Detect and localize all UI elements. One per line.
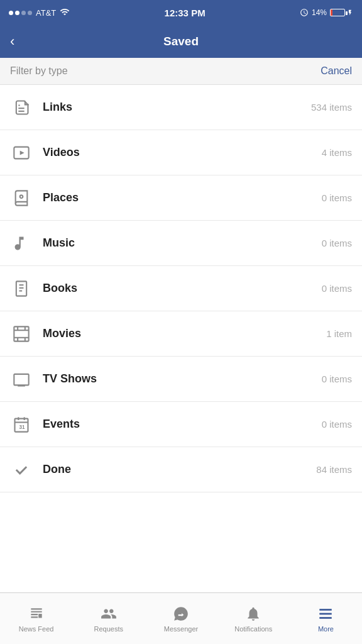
- music-icon: [10, 232, 33, 255]
- dot-2: [15, 11, 19, 15]
- done-label: Done: [43, 463, 316, 476]
- page-title: Saved: [163, 35, 199, 48]
- videos-count: 4 items: [322, 147, 352, 158]
- saved-items-list: Links 534 items Videos 4 items Places 0 …: [0, 85, 362, 492]
- svg-rect-9: [14, 326, 28, 341]
- tab-messenger[interactable]: Messenger: [145, 593, 217, 644]
- links-count: 534 items: [311, 102, 352, 113]
- tab-more[interactable]: More: [290, 593, 362, 644]
- svg-rect-5: [16, 281, 26, 296]
- music-count: 0 items: [322, 238, 352, 248]
- battery-shell: [330, 9, 345, 16]
- battery-percent: 14%: [312, 8, 327, 17]
- signal-dots: [9, 11, 32, 15]
- filter-label: Filter by type: [10, 65, 68, 77]
- movies-icon: [10, 323, 33, 345]
- places-icon: [10, 187, 33, 209]
- nav-bar: ‹ Saved: [0, 25, 362, 58]
- list-item-movies[interactable]: Movies 1 item: [0, 311, 362, 357]
- list-item-books[interactable]: Books 0 items: [0, 266, 362, 311]
- status-left: AT&T: [9, 7, 70, 19]
- movies-label: Movies: [43, 327, 326, 340]
- events-count: 0 items: [322, 419, 352, 430]
- tab-bar: News Feed Requests Messenger Notificatio…: [0, 592, 362, 644]
- tab-requests[interactable]: Requests: [72, 593, 145, 644]
- cancel-button[interactable]: Cancel: [321, 65, 352, 77]
- status-bar: AT&T 12:33 PM 14%: [0, 0, 362, 25]
- alarm-icon: [300, 8, 309, 17]
- done-icon: [10, 458, 33, 481]
- svg-rect-16: [14, 374, 28, 385]
- svg-text:31: 31: [19, 425, 26, 430]
- books-count: 0 items: [322, 283, 352, 294]
- list-item-places[interactable]: Places 0 items: [0, 175, 362, 221]
- movies-count: 1 item: [326, 328, 352, 339]
- news-feed-icon: [28, 605, 45, 623]
- music-label: Music: [43, 236, 322, 250]
- wifi-icon: [60, 7, 70, 19]
- dot-4: [28, 11, 32, 15]
- charging-icon: [347, 8, 353, 17]
- more-icon: [317, 605, 334, 623]
- links-label: Links: [43, 101, 311, 114]
- videos-icon: [10, 142, 33, 164]
- messenger-icon: [172, 605, 190, 623]
- requests-label: Requests: [94, 625, 123, 633]
- tvshows-count: 0 items: [322, 374, 352, 384]
- battery-fill: [331, 9, 332, 16]
- places-label: Places: [43, 191, 322, 204]
- svg-point-4: [20, 195, 23, 198]
- news-feed-label: News Feed: [19, 625, 54, 633]
- notifications-label: Notifications: [234, 625, 272, 633]
- svg-marker-3: [20, 150, 25, 155]
- status-time: 12:33 PM: [165, 8, 206, 18]
- filter-row: Filter by type Cancel: [0, 58, 362, 85]
- list-item-tvshows[interactable]: TV Shows 0 items: [0, 357, 362, 402]
- videos-label: Videos: [43, 146, 322, 159]
- back-button[interactable]: ‹: [10, 33, 14, 50]
- list-item-videos[interactable]: Videos 4 items: [0, 130, 362, 175]
- tab-news-feed[interactable]: News Feed: [0, 593, 72, 644]
- books-icon: [10, 277, 33, 300]
- list-item-events[interactable]: 31 Events 0 items: [0, 402, 362, 447]
- notifications-icon: [244, 605, 262, 623]
- dot-3: [21, 11, 26, 15]
- list-item-music[interactable]: Music 0 items: [0, 221, 362, 266]
- done-count: 84 items: [316, 464, 352, 475]
- events-icon: 31: [10, 413, 33, 436]
- tab-notifications[interactable]: Notifications: [217, 593, 290, 644]
- list-item-links[interactable]: Links 534 items: [0, 85, 362, 130]
- events-label: Events: [43, 418, 322, 431]
- messenger-label: Messenger: [164, 625, 198, 633]
- links-icon: [10, 96, 33, 119]
- list-item-done[interactable]: Done 84 items: [0, 447, 362, 492]
- places-count: 0 items: [322, 192, 352, 203]
- tvshows-icon: [10, 368, 33, 391]
- requests-icon: [100, 605, 118, 623]
- dot-1: [9, 11, 13, 15]
- svg-rect-23: [38, 614, 41, 618]
- status-right: 14%: [300, 8, 353, 17]
- more-label: More: [318, 625, 334, 633]
- battery-indicator: [330, 8, 353, 17]
- tvshows-label: TV Shows: [43, 372, 322, 386]
- books-label: Books: [43, 282, 322, 295]
- carrier-label: AT&T: [36, 8, 56, 18]
